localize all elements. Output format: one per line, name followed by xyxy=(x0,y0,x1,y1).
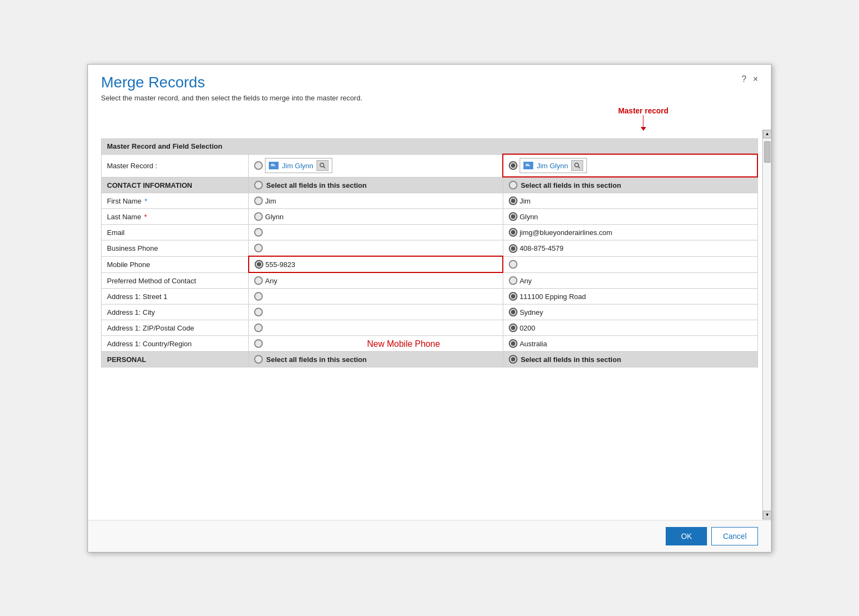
master-record-annotation: Master record xyxy=(618,106,668,131)
business-phone-col1-radio[interactable] xyxy=(254,244,263,252)
svg-rect-1 xyxy=(271,164,274,165)
svg-line-9 xyxy=(578,167,580,169)
address-country-col1 xyxy=(249,336,503,352)
scrollbar-thumb[interactable] xyxy=(764,141,770,163)
first-name-col1-value: Jim xyxy=(265,197,276,205)
business-phone-label: Business Phone xyxy=(102,240,249,257)
scrollbar[interactable]: ▲ ▼ xyxy=(762,130,771,519)
help-button[interactable]: ? xyxy=(742,74,747,84)
field-row-email: Email jimg@blueyonderairlines.com xyxy=(102,225,758,240)
contact-info-col2-select-all-radio[interactable] xyxy=(509,181,517,189)
section-header-label: Master Record and Field Selection xyxy=(102,139,758,155)
dialog-controls: ? × xyxy=(742,74,758,84)
field-row-preferred-contact: Preferred Method of Contact Any Any xyxy=(102,272,758,289)
field-row-address-city: Address 1: City Sydney xyxy=(102,304,758,320)
preferred-contact-col1-value: Any xyxy=(265,277,277,285)
address-zip-col2-radio[interactable] xyxy=(509,323,517,332)
master-record-col2-radio[interactable] xyxy=(509,161,517,170)
contact-info-col2-select-all-cell: Select all fields in this section xyxy=(509,181,752,189)
address-street-col1-radio[interactable] xyxy=(254,292,263,301)
first-name-col2-radio[interactable] xyxy=(509,196,517,205)
field-row-mobile-phone: Mobile Phone 555-9823 xyxy=(102,256,758,272)
dialog-subtitle: Select the master record, and then selec… xyxy=(101,94,362,102)
contact-info-label: CONTACT INFORMATION xyxy=(102,177,249,193)
address-street-col1 xyxy=(249,289,503,304)
mobile-phone-col1-value: 555-9823 xyxy=(266,261,295,269)
scrollbar-down-arrow[interactable]: ▼ xyxy=(763,511,772,519)
address-zip-col2-value: 0200 xyxy=(520,324,535,332)
email-col1-radio[interactable] xyxy=(254,228,263,237)
svg-rect-2 xyxy=(271,166,275,167)
record-icon-col2 xyxy=(523,162,533,169)
table-section-header: Master Record and Field Selection xyxy=(102,139,758,155)
close-button[interactable]: × xyxy=(753,74,758,84)
merge-table: Master Record and Field Selection Master… xyxy=(101,138,758,367)
field-row-last-name: Last Name * Glynn Glynn xyxy=(102,209,758,225)
master-record-annotation-wrapper: Master record xyxy=(101,106,758,136)
master-record-col2-selector: Jim Glynn xyxy=(520,158,587,173)
address-country-label: Address 1: Country/Region xyxy=(102,336,249,352)
mobile-phone-col1: 555-9823 xyxy=(249,256,503,272)
first-name-col1-radio-group: Jim xyxy=(254,196,497,205)
address-zip-label: Address 1: ZIP/Postal Code xyxy=(102,320,249,336)
address-street-col2-value: 111100 Epping Road xyxy=(520,293,586,301)
mobile-phone-col2-radio[interactable] xyxy=(509,260,517,269)
address-country-col1-radio[interactable] xyxy=(254,339,263,348)
master-record-col1-radio-group: Jim Glynn xyxy=(254,158,497,173)
preferred-contact-col1-radio[interactable] xyxy=(254,276,263,285)
address-city-col2-radio[interactable] xyxy=(509,308,517,316)
contact-info-col1-select-all-label: Select all fields in this section xyxy=(266,181,367,189)
address-country-col2-radio-group: Australia xyxy=(509,339,752,348)
master-record-col2-lookup[interactable] xyxy=(571,160,583,171)
personal-col1-select-all-radio[interactable] xyxy=(254,355,263,364)
mobile-phone-col1-radio[interactable] xyxy=(255,260,263,269)
address-street-label: Address 1: Street 1 xyxy=(102,289,249,304)
svg-point-8 xyxy=(575,163,579,167)
master-record-row: Master Record : Jim Glynn xyxy=(102,154,758,177)
master-record-col1-lookup[interactable] xyxy=(317,160,329,171)
master-record-arrow-line xyxy=(643,115,643,127)
address-zip-col1-radio[interactable] xyxy=(254,323,263,332)
address-city-col1-radio[interactable] xyxy=(254,308,263,316)
address-street-col2-radio[interactable] xyxy=(509,292,517,301)
preferred-contact-col2-radio[interactable] xyxy=(509,276,517,285)
first-name-col1-radio[interactable] xyxy=(254,196,263,205)
first-name-col2-value: Jim xyxy=(520,197,530,205)
address-zip-col2-radio-group: 0200 xyxy=(509,323,752,332)
address-street-col2: 111100 Epping Road xyxy=(503,289,757,304)
cancel-button[interactable]: Cancel xyxy=(711,527,758,545)
table-wrapper: New Mobile Phone Master Record and Field… xyxy=(101,138,758,367)
master-record-col2-radio-group: Jim Glynn xyxy=(509,158,751,173)
svg-rect-6 xyxy=(526,164,529,165)
business-phone-col1 xyxy=(249,240,503,257)
preferred-contact-col1-radio-group: Any xyxy=(254,276,497,285)
last-name-col2-value: Glynn xyxy=(520,213,538,221)
master-record-col1-radio[interactable] xyxy=(254,161,263,170)
address-city-col2: Sydney xyxy=(503,304,757,320)
business-phone-col2-radio[interactable] xyxy=(509,244,517,253)
business-phone-col2: 408-875-4579 xyxy=(503,240,757,257)
address-city-col1-radio-group xyxy=(254,308,497,316)
email-col2-radio[interactable] xyxy=(509,228,517,237)
email-col2-value: jimg@blueyonderairlines.com xyxy=(520,228,612,237)
business-phone-col2-radio-group: 408-875-4579 xyxy=(509,244,752,253)
mobile-phone-label: Mobile Phone xyxy=(102,256,249,272)
contact-info-col1-select-all-radio[interactable] xyxy=(254,181,263,189)
scrollbar-up-arrow[interactable]: ▲ xyxy=(763,130,772,138)
personal-col2-select-all-label: Select all fields in this section xyxy=(521,355,621,364)
ok-button[interactable]: OK xyxy=(666,527,707,545)
master-record-col1-selector: Jim Glynn xyxy=(265,158,332,173)
master-record-arrowhead xyxy=(641,127,646,131)
field-row-address-street: Address 1: Street 1 111100 Epping Road xyxy=(102,289,758,304)
email-col1 xyxy=(249,225,503,240)
last-name-col2-radio[interactable] xyxy=(509,212,517,221)
mobile-phone-col2 xyxy=(503,256,757,272)
svg-point-3 xyxy=(320,163,324,167)
contact-info-col1-select-all-cell: Select all fields in this section xyxy=(254,181,497,189)
field-row-business-phone: Business Phone 408-875-4579 xyxy=(102,240,758,257)
master-record-field-label: Master Record : xyxy=(102,154,249,177)
address-country-col2-radio[interactable] xyxy=(509,339,517,348)
personal-col2-select-all-radio[interactable] xyxy=(509,355,517,364)
last-name-col1-radio[interactable] xyxy=(254,212,263,221)
address-street-col2-radio-group: 111100 Epping Road xyxy=(509,292,752,301)
